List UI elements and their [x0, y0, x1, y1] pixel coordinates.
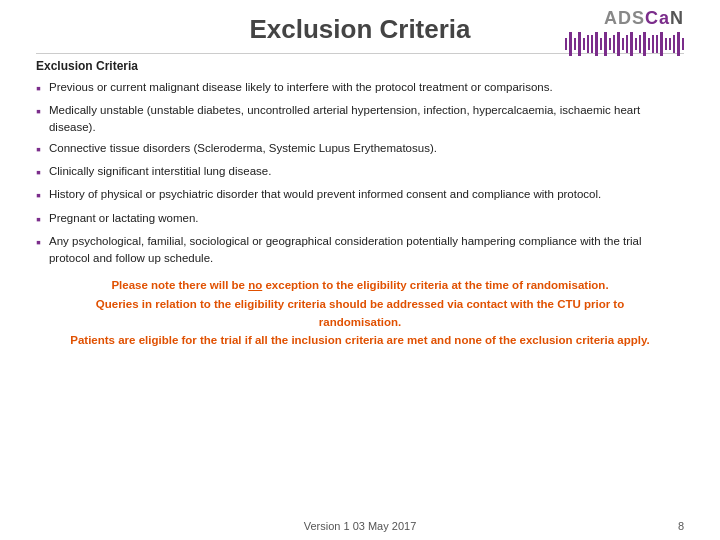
bullet-icon: ▪: [36, 209, 41, 229]
page-container: Exclusion Criteria ADSCaN Exclusion Crit…: [0, 0, 720, 540]
list-item: ▪ Previous or current malignant disease …: [36, 79, 684, 98]
barcode-bar: [673, 35, 675, 53]
logo-n: N: [670, 8, 684, 28]
barcode-bar: [669, 38, 671, 50]
barcode-bar: [604, 32, 607, 56]
barcode-bar: [569, 32, 572, 56]
bullet-icon: ▪: [36, 185, 41, 205]
criteria-text: Connective tissue disorders (Scleroderma…: [49, 140, 684, 157]
barcode-bar: [565, 38, 567, 50]
header: Exclusion Criteria ADSCaN: [36, 0, 684, 53]
barcode-bar: [587, 35, 589, 53]
barcode-bar: [652, 35, 654, 53]
note-line1-prefix: Please note there will be: [111, 279, 248, 291]
barcode-bar: [665, 38, 667, 50]
logo-area: ADSCaN: [565, 8, 684, 56]
barcode-bar: [660, 32, 663, 56]
footer: Version 1 03 May 2017 8: [36, 520, 684, 532]
barcode-bar: [622, 38, 624, 50]
criteria-text: Previous or current malignant disease li…: [49, 79, 684, 96]
barcode-bar: [583, 38, 585, 50]
sub-heading: Exclusion Criteria: [36, 59, 684, 73]
barcode-bar: [574, 38, 576, 50]
barcode-bar: [626, 35, 628, 53]
criteria-text: History of physical or psychiatric disor…: [49, 186, 684, 203]
barcode-bar: [682, 38, 684, 50]
list-item: ▪ Connective tissue disorders (Scleroder…: [36, 140, 684, 159]
footer-version: Version 1 03 May 2017: [36, 520, 684, 532]
list-item: ▪ History of physical or psychiatric dis…: [36, 186, 684, 205]
barcode-bar: [656, 35, 658, 53]
logo-ads: ADS: [604, 8, 645, 28]
notes-section: Please note there will be no exception t…: [36, 276, 684, 350]
list-item: ▪ Medically unstable (unstable diabetes,…: [36, 102, 684, 135]
barcode-bar: [635, 38, 637, 50]
barcode-bar: [613, 35, 615, 53]
bullet-icon: ▪: [36, 162, 41, 182]
note-line1-underline: no: [248, 279, 262, 291]
note-line-3: randomisation.: [36, 313, 684, 331]
note-line-1: Please note there will be no exception t…: [36, 276, 684, 294]
criteria-text: Clinically significant interstitial lung…: [49, 163, 684, 180]
list-item: ▪ Any psychological, familial, sociologi…: [36, 233, 684, 266]
barcode-bar: [609, 38, 611, 50]
barcode-bar: [600, 38, 602, 50]
logo-text: ADSCaN: [604, 8, 684, 29]
note-line-4: Patients are eligible for the trial if a…: [36, 331, 684, 349]
bullet-icon: ▪: [36, 232, 41, 252]
logo-ca: Ca: [645, 8, 670, 28]
barcode-bar: [595, 32, 598, 56]
barcode-bar: [591, 35, 593, 53]
barcode-bar: [677, 32, 680, 56]
list-item: ▪ Pregnant or lactating women.: [36, 210, 684, 229]
list-item: ▪ Clinically significant interstitial lu…: [36, 163, 684, 182]
bullet-icon: ▪: [36, 78, 41, 98]
note-line1-suffix: exception to the eligibility criteria at…: [262, 279, 608, 291]
footer-page: 8: [678, 520, 684, 532]
barcode-bar: [643, 32, 646, 56]
barcode-bar: [617, 32, 620, 56]
barcode-bar: [630, 32, 633, 56]
criteria-list: ▪ Previous or current malignant disease …: [36, 79, 684, 266]
barcode-bar: [648, 38, 650, 50]
note-line-2: Queries in relation to the eligibility c…: [36, 295, 684, 313]
bullet-icon: ▪: [36, 101, 41, 121]
barcode: [565, 32, 684, 56]
bullet-icon: ▪: [36, 139, 41, 159]
criteria-text: Any psychological, familial, sociologica…: [49, 233, 684, 266]
criteria-text: Medically unstable (unstable diabetes, u…: [49, 102, 684, 135]
criteria-text: Pregnant or lactating women.: [49, 210, 684, 227]
barcode-bar: [578, 32, 581, 56]
barcode-bar: [639, 35, 641, 53]
